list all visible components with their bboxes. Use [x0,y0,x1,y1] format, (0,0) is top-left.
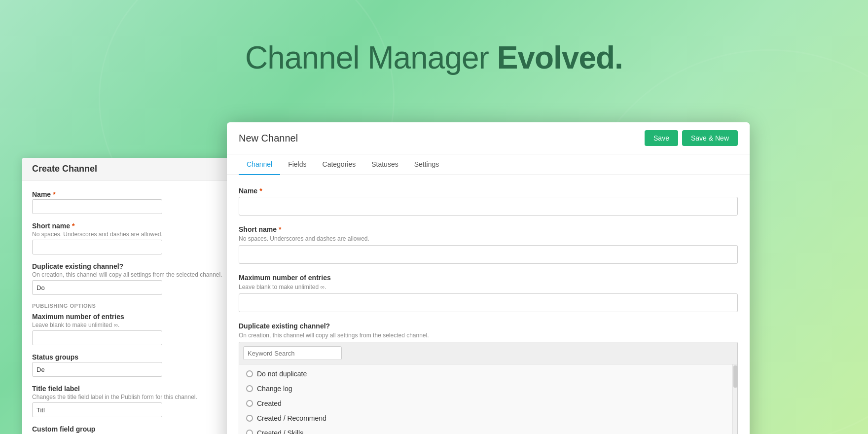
save-button[interactable]: Save [645,130,678,146]
duplicate-options-list: Do not duplicate Change log Created Crea… [239,364,737,434]
name-label: Name * [239,187,738,195]
bg-titlefield-sublabel: Changes the title field label in the Pub… [32,394,249,400]
short-name-input[interactable] [239,245,738,264]
max-entries-label: Maximum number of entries [239,274,738,282]
bg-duplicate-label: Duplicate existing channel? [32,262,249,270]
radio-do-not-duplicate [246,370,253,377]
bg-statusgroups-row: Status groups [32,353,249,377]
bg-shortname-required: * [72,222,74,230]
bg-statusgroups-label: Status groups [32,353,249,361]
bg-maxentries-input[interactable] [32,330,162,345]
option-created-recommend[interactable]: Created / Recommend [239,411,737,426]
bg-customfield-label: Custom field group [32,425,249,433]
bg-duplicate-row: Duplicate existing channel? On creation,… [32,262,249,295]
modal-body: Name * Short name * No spaces. Underscor… [227,175,750,434]
new-channel-modal: New Channel Save Save & New Channel Fiel… [227,122,750,434]
bg-titlefield-input[interactable] [32,402,162,417]
radio-created-skills [246,430,253,434]
bg-name-row: Name * [32,190,249,214]
option-created[interactable]: Created [239,396,737,411]
modal-header: New Channel Save Save & New [227,122,750,154]
bg-form-title: Create Channel [22,158,259,181]
max-entries-sublabel: Leave blank to make unlimited ∞. [239,284,738,290]
bg-duplicate-sublabel: On creation, this channel will copy all … [32,271,249,278]
duplicate-sublabel: On creation, this channel will copy all … [239,332,738,339]
bg-duplicate-input[interactable] [32,280,162,295]
modal-tabs: Channel Fields Categories Statuses Setti… [227,154,750,175]
dropdown-scrollbar-thumb [733,365,737,388]
bg-shortname-label: Short name * [32,222,249,230]
max-entries-input[interactable] [239,293,738,312]
bg-name-label: Name * [32,190,249,198]
hero-title-normal: Channel Manager [245,40,497,75]
bg-publishing-header: Publishing Options [32,303,249,309]
short-name-sublabel: No spaces. Underscores and dashes are al… [239,235,738,242]
short-name-required-star: * [279,225,281,233]
max-entries-group: Maximum number of entries Leave blank to… [239,274,738,312]
radio-created [246,400,253,407]
name-group: Name * [239,187,738,216]
bg-statusgroups-input[interactable] [32,362,162,377]
tab-fields[interactable]: Fields [280,154,314,175]
save-and-new-button[interactable]: Save & New [682,130,738,146]
name-required-star: * [259,187,262,195]
duplicate-search-input[interactable] [243,346,342,360]
bg-titlefield-label: Title field label [32,385,249,393]
option-change-log[interactable]: Change log [239,381,737,396]
bg-customfield-row: Custom field group [32,425,249,434]
short-name-label: Short name * [239,225,738,233]
hero-title-bold: Evolved. [497,40,623,75]
duplicate-search-area [239,342,737,364]
tab-channel[interactable]: Channel [239,154,280,175]
bg-maxentries-row: Maximum number of entries Leave blank to… [32,313,249,345]
option-do-not-duplicate[interactable]: Do not duplicate [239,366,737,381]
modal-actions: Save Save & New [645,130,738,146]
bg-shortname-input[interactable] [32,240,162,254]
bg-titlefield-row: Title field label Changes the title fiel… [32,385,249,417]
name-input[interactable] [239,197,738,216]
duplicate-group: Duplicate existing channel? On creation,… [239,322,738,434]
bg-form-body: Name * Short name * No spaces. Underscor… [22,181,259,434]
short-name-group: Short name * No spaces. Underscores and … [239,225,738,264]
radio-created-recommend [246,415,253,422]
bg-name-input[interactable] [32,199,162,214]
bg-maxentries-sublabel: Leave blank to make unlimited ∞. [32,322,249,328]
bg-maxentries-label: Maximum number of entries [32,313,249,321]
modal-title: New Channel [239,133,298,144]
tab-categories[interactable]: Categories [315,154,364,175]
radio-change-log [246,385,253,392]
bg-shortname-row: Short name * No spaces. Underscores and … [32,222,249,254]
tab-settings[interactable]: Settings [406,154,447,175]
hero-title: Channel Manager Evolved. [0,39,868,76]
tab-statuses[interactable]: Statuses [363,154,406,175]
create-channel-form: Create Channel Name * Short name * No sp… [22,158,259,434]
duplicate-dropdown: Do not duplicate Change log Created Crea… [239,342,738,434]
duplicate-label: Duplicate existing channel? [239,322,738,330]
option-created-skills[interactable]: Created / Skills [239,426,737,434]
bg-name-required: * [53,190,55,198]
bg-shortname-sublabel: No spaces. Underscores and dashes are al… [32,231,249,238]
dropdown-scrollbar[interactable] [732,364,737,434]
